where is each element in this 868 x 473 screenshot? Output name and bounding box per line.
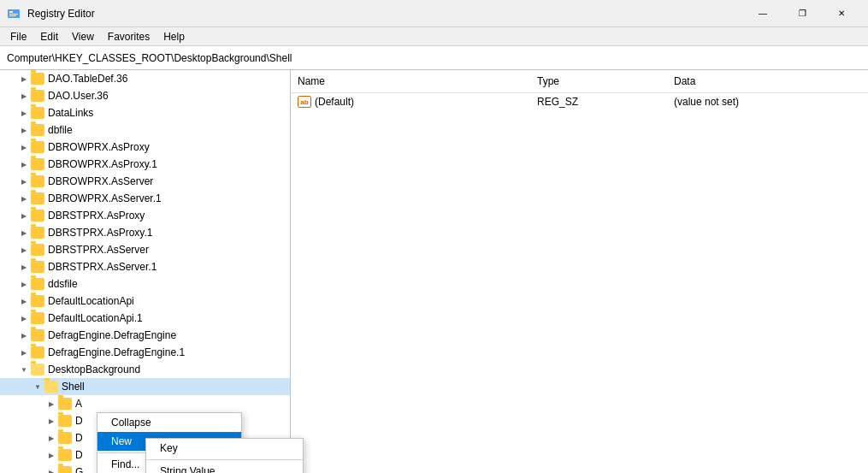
tree-item-desktopbackground[interactable]: ▼ DesktopBackground [0,361,290,378]
svg-rect-3 [9,15,16,16]
submenu-string-value[interactable]: String Value [146,462,303,473]
tree-item-dbrstprx-asserver1[interactable]: ▶ DBRSTPRX.AsServer.1 [0,258,290,275]
submenu-key[interactable]: Key [146,439,303,458]
address-path: Computer\HKEY_CLASSES_ROOT\DesktopBackgr… [7,52,292,64]
tree-label: DataLinks [48,107,93,119]
tree-label: DBROWPRX.AsServer [48,175,153,187]
tree-label: DAO.TableDef.36 [48,73,127,85]
tree-item-defaultlocationapi1[interactable]: ▶ DefaultLocationApi.1 [0,310,290,327]
folder-icon [31,244,44,256]
tree-label: DefaultLocationApi [48,295,134,307]
tree-arrow: ▶ [17,192,31,205]
tree-label: DBRSTPRX.AsProxy [48,210,145,222]
tree-item-dbrowprx-asproxy1[interactable]: ▶ DBROWPRX.AsProxy.1 [0,156,290,173]
tree-arrow: ▶ [17,123,31,137]
folder-icon [31,346,44,358]
tree-label: DBRSTPRX.AsServer.1 [48,261,156,273]
folder-icon [31,175,44,187]
title-bar-text: Registry Editor [27,8,95,20]
folder-icon [58,415,72,427]
tree-label: DBRSTPRX.AsServer [48,244,149,256]
folder-icon [58,398,72,410]
tree-label: D [75,449,83,461]
menu-edit[interactable]: Edit [33,29,65,44]
col-header-name: Name [291,74,530,89]
main-content: ▶ DAO.TableDef.36 ▶ DAO.User.36 ▶ DataLi… [0,70,868,473]
tree-item-dbrstprx-asproxy1[interactable]: ▶ DBRSTPRX.AsProxy.1 [0,224,290,241]
tree-arrow: ▶ [17,72,31,86]
title-bar-controls: — ❐ ✕ [743,0,861,27]
tree-arrow: ▶ [17,140,31,154]
tree-item-dbrowprx-asserver1[interactable]: ▶ DBROWPRX.AsServer.1 [0,190,290,207]
folder-icon [31,261,44,273]
tree-label: D [75,432,83,444]
menu-help[interactable]: Help [156,29,192,44]
tree-item-dbrstprx-asproxy[interactable]: ▶ DBRSTPRX.AsProxy [0,207,290,224]
tree-arrow: ▶ [44,397,58,411]
tree-item-shell[interactable]: ▼ Shell [0,378,290,395]
folder-icon [58,466,72,473]
menu-file[interactable]: File [3,29,33,44]
tree-arrow: ▶ [44,465,58,473]
minimize-button[interactable]: — [743,0,782,27]
tree-item-defragengine1[interactable]: ▶ DefragEngine.DefragEngine.1 [0,344,290,361]
tree-arrow: ▶ [44,431,58,445]
tree-item-ddsfile[interactable]: ▶ ddsfile [0,275,290,293]
title-bar: Registry Editor — ❐ ✕ [0,0,868,27]
tree-arrow: ▶ [17,243,31,257]
tree-item-defragengine[interactable]: ▶ DefragEngine.DefragEngine [0,327,290,344]
folder-icon [31,210,44,222]
col-header-type: Type [530,74,667,89]
tree-item-dbrowprx-asproxy[interactable]: ▶ DBROWPRX.AsProxy [0,139,290,156]
tree-item-dbrstprx-asserver[interactable]: ▶ DBRSTPRX.AsServer [0,241,290,258]
folder-icon [31,107,44,119]
folder-icon [31,141,44,153]
registry-name-label: (Default) [315,96,354,108]
tree-label: DesktopBackground [48,364,140,375]
tree-arrow: ▶ [17,209,31,222]
tree-item-defaultlocationapi[interactable]: ▶ DefaultLocationApi [0,293,290,310]
tree-arrow: ▶ [44,414,58,428]
folder-icon [31,124,44,136]
right-pane: Name Type Data ab (Default) REG_SZ (valu… [291,70,868,473]
tree-label: DBROWPRX.AsProxy [48,141,150,153]
tree-item-shell-child-a[interactable]: ▶ A [0,395,290,412]
tree-arrow: ▶ [17,277,31,291]
context-menu-collapse[interactable]: Collapse [97,413,241,432]
tree-label: A [75,398,82,410]
tree-label: ddsfile [48,278,78,290]
tree-item-dbrowprx-asserver[interactable]: ▶ DBROWPRX.AsServer [0,173,290,190]
menu-view[interactable]: View [65,29,101,44]
tree-label: dbfile [48,124,73,136]
folder-icon-open [44,381,58,393]
tree-item-dbfile[interactable]: ▶ dbfile [0,121,290,139]
right-pane-header: Name Type Data [291,70,868,93]
folder-icon [58,449,72,461]
tree-item-datalinks[interactable]: ▶ DataLinks [0,104,290,121]
tree-item-dao-user[interactable]: ▶ DAO.User.36 [0,87,290,104]
folder-icon [31,278,44,290]
tree-arrow: ▶ [17,226,31,239]
tree-item-dao-tabledef[interactable]: ▶ DAO.TableDef.36 [0,70,290,87]
tree-label: DBROWPRX.AsServer.1 [48,192,162,204]
title-bar-left: Registry Editor [7,7,95,21]
tree-arrow-expanded: ▼ [17,363,31,376]
svg-rect-1 [9,11,13,13]
folder-icon [31,158,44,170]
svg-rect-2 [9,14,18,15]
folder-icon [58,432,72,444]
tree-label: DBROWPRX.AsProxy.1 [48,158,157,170]
registry-row-default[interactable]: ab (Default) REG_SZ (value not set) [291,93,868,110]
menu-favorites[interactable]: Favorites [101,29,156,44]
tree-arrow: ▶ [17,346,31,359]
folder-icon [31,90,44,102]
col-header-data: Data [667,74,868,89]
string-value-icon: ab [298,96,311,108]
folder-icon [31,227,44,239]
maximize-button[interactable]: ❐ [782,0,822,27]
registry-row-type: REG_SZ [537,96,674,108]
folder-icon [31,73,44,85]
close-button[interactable]: ✕ [822,0,861,27]
folder-icon [31,192,44,204]
tree-arrow: ▶ [17,106,31,120]
